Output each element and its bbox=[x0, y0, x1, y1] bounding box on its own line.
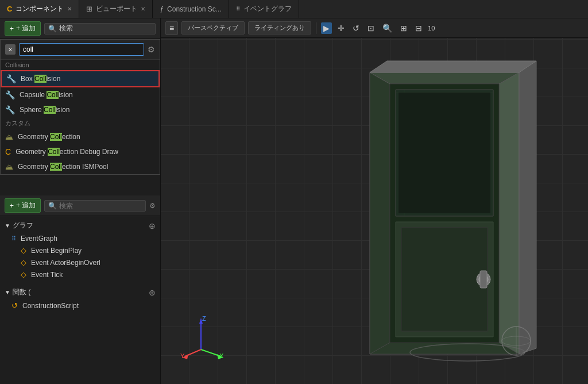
tab-eventgraph[interactable]: ⠿ イベントグラフ bbox=[229, 0, 299, 18]
bottom-gear-icon[interactable]: ⚙ bbox=[149, 202, 156, 210]
viewport-toolbar: ≡ パースペクティブ ライティングあり ▶ ✛ ↺ ⊡ 🔍 ⊞ ⊟ 10 bbox=[161, 18, 588, 38]
tab-eventgraph-label: イベントグラフ bbox=[243, 4, 292, 14]
event-tick-icon: ◇ bbox=[21, 270, 26, 279]
svg-rect-15 bbox=[480, 271, 487, 288]
search-box[interactable]: 🔍 bbox=[44, 23, 156, 34]
box-collision-highlight: Coll bbox=[34, 75, 47, 83]
capsule-highlight: Coll bbox=[47, 91, 59, 99]
svg-marker-2 bbox=[499, 72, 519, 354]
select-tool-button[interactable]: ▶ bbox=[321, 22, 332, 34]
search-filter-input[interactable] bbox=[19, 43, 144, 56]
sphere-collision-icon: 🔧 bbox=[5, 105, 15, 114]
search-icon: 🔍 bbox=[48, 25, 57, 33]
geo-collection-debug-label: Geometry Collection Debug Draw bbox=[16, 148, 118, 156]
functions-section-title: 関数 ( bbox=[13, 287, 146, 297]
perspective-button[interactable]: パースペクティブ bbox=[181, 21, 245, 34]
panel-header: + + 追加 🔍 bbox=[0, 18, 160, 39]
functions-add-button[interactable]: ⊕ bbox=[149, 288, 156, 297]
clear-icon: × bbox=[9, 46, 12, 53]
graph-add-button[interactable]: ⊕ bbox=[149, 221, 156, 231]
event-beginplay-label: Event BeginPlay bbox=[31, 247, 82, 255]
axis-widget: Z X Y bbox=[178, 315, 224, 361]
tab-component-icon: C bbox=[7, 5, 12, 13]
graph-chevron-icon: ▼ bbox=[5, 222, 10, 229]
svg-marker-17 bbox=[370, 61, 536, 72]
svg-text:X: X bbox=[219, 352, 224, 359]
geo-collection-debug-item[interactable]: C Geometry Collection Debug Draw bbox=[1, 144, 160, 159]
bottom-add-label: + 追加 bbox=[16, 201, 36, 210]
tab-construction-icon: ƒ bbox=[160, 5, 164, 13]
tab-viewport-label: ビューポート bbox=[96, 4, 137, 14]
viewport-hamburger[interactable]: ≡ bbox=[165, 21, 178, 35]
svg-text:Z: Z bbox=[202, 315, 206, 322]
tab-construction[interactable]: ƒ Construction Sc... bbox=[153, 0, 229, 18]
search-overlay: × ⚙ Collision 🔧 Box Collision 🔧 Capsule … bbox=[0, 39, 160, 175]
geo-collection-debug-icon: C bbox=[5, 147, 11, 156]
tab-bar: C コンポーネント ✕ ⊞ ビューポート ✕ ƒ Construction Sc… bbox=[0, 0, 588, 18]
bottom-search-box[interactable]: 🔍 bbox=[44, 200, 146, 212]
event-tick-item[interactable]: ◇ Event Tick bbox=[0, 268, 160, 281]
toolbar-divider bbox=[316, 22, 316, 34]
left-panel: + + 追加 🔍 × ⚙ Collision 🔧 bbox=[0, 18, 161, 384]
functions-section: ▼ 関数 ( ⊕ ↺ ConstructionScript bbox=[0, 283, 160, 314]
bottom-add-button[interactable]: + + 追加 bbox=[5, 198, 41, 213]
event-actor-label: Event ActorBeginOverl bbox=[31, 259, 100, 267]
search-input[interactable] bbox=[59, 25, 152, 33]
event-actor-icon: ◇ bbox=[21, 258, 26, 267]
scene-area[interactable]: Z X Y bbox=[161, 38, 588, 384]
svg-marker-3 bbox=[370, 72, 519, 84]
geo-collection-ism-label: Geometry Collection ISMPool bbox=[18, 163, 108, 171]
box-collision-icon: 🔧 bbox=[6, 74, 16, 83]
tab-viewport-close[interactable]: ✕ bbox=[141, 6, 145, 12]
search-tool-button[interactable]: 🔍 bbox=[380, 22, 394, 34]
snap-number: 10 bbox=[428, 25, 435, 32]
event-actor-item[interactable]: ◇ Event ActorBeginOverl bbox=[0, 256, 160, 268]
construction-script-icon: ↺ bbox=[11, 301, 18, 310]
clear-search-button[interactable]: × bbox=[5, 44, 16, 55]
svg-marker-9 bbox=[399, 93, 490, 213]
bottom-plus-icon: + bbox=[10, 202, 14, 210]
event-graph-item[interactable]: ⠿ EventGraph bbox=[0, 233, 160, 244]
tab-component[interactable]: C コンポーネント ✕ bbox=[0, 0, 79, 18]
sphere-collision-item[interactable]: 🔧 Sphere Collision bbox=[1, 102, 160, 117]
sphere-collision-label: Sphere Collision bbox=[20, 106, 69, 114]
svg-marker-16 bbox=[519, 61, 536, 354]
plus-icon: + bbox=[10, 25, 14, 33]
svg-marker-11 bbox=[401, 228, 488, 331]
gear-icon[interactable]: ⚙ bbox=[148, 45, 155, 54]
tab-viewport-icon: ⊞ bbox=[86, 5, 92, 13]
search-input-row: × ⚙ bbox=[1, 40, 160, 60]
snap-button[interactable]: ⊟ bbox=[413, 22, 424, 34]
geo-collection-item[interactable]: ⛰ Geometry Collection bbox=[1, 129, 160, 144]
bottom-toolbar: + + 追加 🔍 ⚙ bbox=[0, 195, 160, 216]
custom-category-label: カスタム bbox=[1, 117, 160, 129]
svg-marker-1 bbox=[370, 72, 390, 354]
grid-toggle-button[interactable]: ⊞ bbox=[398, 22, 409, 34]
scale-tool-button[interactable]: ⊡ bbox=[365, 22, 377, 34]
tab-component-close[interactable]: ✕ bbox=[67, 6, 72, 12]
tab-component-label: コンポーネント bbox=[16, 4, 64, 14]
lighting-button[interactable]: ライティングあり bbox=[248, 21, 311, 34]
event-beginplay-icon: ◇ bbox=[21, 246, 26, 255]
viewport: ≡ パースペクティブ ライティングあり ▶ ✛ ↺ ⊡ 🔍 ⊞ ⊟ 10 bbox=[161, 18, 588, 384]
collision-category-label: Collision bbox=[1, 60, 160, 70]
construction-script-label: ConstructionScript bbox=[22, 302, 79, 310]
geo-collection-ism-item[interactable]: ⛰ Geometry Collection ISMPool bbox=[1, 159, 160, 174]
capsule-collision-label: Capsule Collision bbox=[20, 91, 73, 99]
box-collision-item[interactable]: 🔧 Box Collision bbox=[1, 70, 160, 87]
bottom-search-input[interactable] bbox=[59, 202, 142, 210]
capsule-collision-item[interactable]: 🔧 Capsule Collision bbox=[1, 87, 160, 102]
add-button[interactable]: + + 追加 bbox=[5, 21, 41, 36]
graph-section-header[interactable]: ▼ グラフ ⊕ bbox=[0, 218, 160, 233]
graph-section-title: グラフ bbox=[13, 221, 146, 231]
tab-viewport[interactable]: ⊞ ビューポート ✕ bbox=[79, 0, 153, 18]
event-beginplay-item[interactable]: ◇ Event BeginPlay bbox=[0, 244, 160, 256]
construction-script-item[interactable]: ↺ ConstructionScript bbox=[0, 299, 160, 312]
tab-eventgraph-icon: ⠿ bbox=[236, 6, 240, 12]
rotate-tool-button[interactable]: ↺ bbox=[350, 22, 362, 34]
event-graph-icon: ⠿ bbox=[11, 235, 16, 243]
move-tool-button[interactable]: ✛ bbox=[335, 22, 347, 34]
functions-section-header[interactable]: ▼ 関数 ( ⊕ bbox=[0, 285, 160, 299]
geo-coll-highlight: Coll bbox=[50, 133, 62, 141]
box-collision-label: Box Collision bbox=[21, 75, 60, 83]
